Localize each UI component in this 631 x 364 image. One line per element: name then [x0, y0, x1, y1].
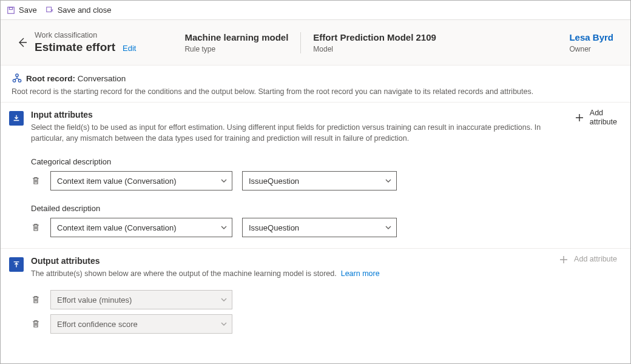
- output-row: Effort value (minutes): [31, 290, 617, 309]
- edit-link[interactable]: Edit: [123, 44, 136, 53]
- root-record: Root record: Conversation Root record is…: [1, 66, 630, 102]
- attr-label: Categorical description: [31, 157, 617, 166]
- field-dropdown[interactable]: IssueQuestion: [242, 171, 397, 190]
- input-title: Input attributes: [31, 110, 617, 120]
- page-header: Work classification Estimate effort Edit…: [1, 20, 630, 66]
- chevron-down-icon: [221, 321, 227, 327]
- trash-icon: [31, 176, 41, 186]
- owner-name[interactable]: Lesa Byrd: [569, 32, 613, 42]
- delete-button[interactable]: [31, 176, 41, 186]
- save-button[interactable]: Save: [7, 5, 37, 15]
- chevron-down-icon: [385, 178, 391, 184]
- chevron-down-icon: [221, 224, 227, 231]
- svg-rect-0: [8, 7, 15, 13]
- meta-rule-type: Machine learning model Rule type: [184, 32, 301, 53]
- output-desc: The attribute(s) shown below are where t…: [31, 268, 571, 279]
- source-dropdown[interactable]: Context item value (Conversation): [50, 171, 232, 190]
- attribute-group-detailed: Detailed description Context item value …: [31, 204, 617, 237]
- plus-icon: [575, 113, 584, 122]
- save-close-icon: [46, 6, 54, 15]
- output-row: Effort confidence score: [31, 314, 617, 334]
- root-record-label: Root record: Conversation: [26, 74, 126, 83]
- svg-rect-2: [46, 7, 51, 12]
- plus-icon: [559, 255, 568, 264]
- delete-button[interactable]: [31, 295, 41, 305]
- input-desc: Select the field(s) to be used as input …: [31, 122, 571, 144]
- field-dropdown[interactable]: IssueQuestion: [242, 218, 397, 237]
- add-output-attribute-button: Add attribute: [559, 255, 617, 264]
- root-record-desc: Root record is the starting record for t…: [12, 87, 619, 96]
- save-close-button[interactable]: Save and close: [46, 5, 112, 15]
- owner-label: Owner: [569, 45, 613, 53]
- trash-icon: [31, 319, 41, 329]
- svg-point-5: [18, 79, 21, 82]
- output-dropdown: Effort confidence score: [50, 314, 232, 334]
- trash-icon: [31, 295, 41, 305]
- title-block: Work classification Estimate effort Edit: [35, 31, 136, 54]
- chevron-down-icon: [385, 224, 391, 231]
- input-attributes-section: Input attributes Select the field(s) to …: [1, 102, 630, 248]
- add-attribute-button[interactable]: Add attribute: [575, 109, 617, 127]
- svg-point-3: [16, 74, 18, 76]
- input-icon: [9, 111, 24, 126]
- output-icon: [9, 257, 24, 272]
- save-close-label: Save and close: [58, 5, 112, 15]
- command-bar: Save Save and close: [1, 1, 630, 20]
- meta-value: Machine learning model: [184, 32, 288, 42]
- back-button[interactable]: [14, 34, 31, 51]
- download-icon: [12, 114, 21, 123]
- meta-label: Model: [313, 45, 436, 53]
- hierarchy-icon: [12, 73, 22, 84]
- chevron-down-icon: [221, 297, 227, 303]
- delete-button[interactable]: [31, 223, 41, 232]
- upload-icon: [12, 260, 21, 269]
- chevron-down-icon: [221, 178, 227, 184]
- output-dropdown: Effort value (minutes): [50, 290, 232, 309]
- trash-icon: [31, 223, 41, 232]
- meta-value: Effort Prediction Model 2109: [313, 32, 436, 42]
- breadcrumb: Work classification: [35, 31, 136, 39]
- attr-label: Detailed description: [31, 204, 617, 213]
- meta-model: Effort Prediction Model 2109 Model: [301, 32, 448, 53]
- owner-block: Lesa Byrd Owner: [569, 32, 613, 53]
- output-attributes-section: Output attributes The attribute(s) shown…: [1, 248, 630, 345]
- save-icon: [7, 6, 15, 15]
- arrow-left-icon: [18, 38, 27, 47]
- meta-label: Rule type: [184, 45, 288, 53]
- delete-button[interactable]: [31, 319, 41, 329]
- save-label: Save: [19, 5, 37, 15]
- learn-more-link[interactable]: Learn more: [341, 269, 380, 278]
- svg-point-4: [13, 79, 15, 82]
- output-title: Output attributes: [31, 256, 617, 266]
- source-dropdown[interactable]: Context item value (Conversation): [50, 218, 232, 237]
- page-title: Estimate effort: [35, 41, 115, 54]
- header-meta: Machine learning model Rule type Effort …: [184, 32, 448, 53]
- attribute-group-categorical: Categorical description Context item val…: [31, 157, 617, 190]
- svg-rect-1: [9, 7, 12, 10]
